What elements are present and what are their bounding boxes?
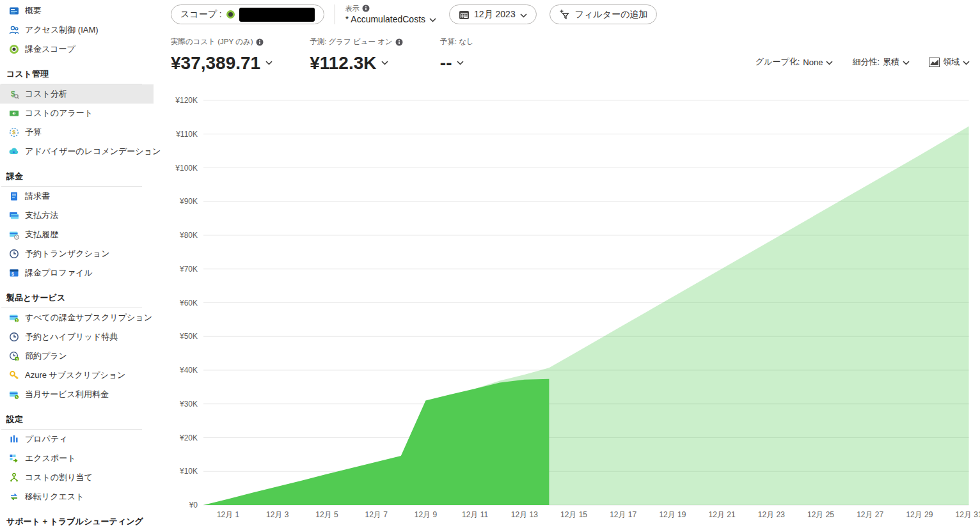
calendar-icon [459, 10, 470, 20]
transfer-requests-icon [9, 492, 19, 502]
x-axis-tick-label: 12月 23 [758, 510, 785, 519]
svg-text:$: $ [12, 272, 14, 277]
add-filter-label: フィルターの追加 [575, 9, 648, 20]
actual-cost-area [203, 379, 549, 505]
date-range-pill[interactable]: 12月 2023 [449, 4, 537, 24]
sidebar-item-payment-history[interactable]: 支払履歴 [0, 225, 154, 244]
kpi-label-text: 実際のコスト (JPY のみ) [171, 37, 253, 47]
kpi-value-dropdown[interactable]: -- [440, 49, 474, 74]
sidebar-item-iam[interactable]: アクセス制御 (IAM) [0, 20, 154, 40]
exports-icon [9, 453, 19, 464]
kpi-2: 予算: なし-- [440, 37, 474, 74]
accumulated-cost-area-chart[interactable]: ¥0¥10K¥20K¥30K¥40K¥50K¥60K¥70K¥80K¥90K¥1… [163, 90, 980, 530]
sidebar-section-header: コスト管理 [6, 68, 154, 81]
kpi-label-text: 予算: なし [440, 37, 474, 47]
y-axis-tick-label: ¥20K [179, 433, 198, 442]
sidebar-item-label: 予算 [25, 127, 42, 138]
sidebar-item-invoices[interactable]: 請求書 [0, 187, 154, 206]
sidebar-item-savings-plan[interactable]: $節約プラン [0, 347, 154, 366]
svg-text:$: $ [13, 111, 15, 115]
svg-text:$: $ [16, 318, 18, 322]
sidebar-item-exports[interactable]: エクスポート [0, 449, 154, 468]
iam-icon [9, 25, 19, 35]
kpi-value-text: ¥37,389.71 [171, 53, 260, 74]
savings-plan-icon: $ [9, 351, 19, 361]
sidebar-item-label: 節約プラン [25, 350, 67, 362]
sidebar-item-billing-scope[interactable]: 課金スコープ [0, 40, 154, 59]
chevron-down-icon [457, 49, 464, 70]
sidebar-item-reservation-transactions[interactable]: 予約トランザクション [0, 244, 154, 263]
sidebar-item-label: アドバイザーのレコメンデーション [25, 146, 161, 157]
view-dropdown[interactable]: * AccumulatedCosts [345, 14, 436, 24]
sidebar-item-label: コストのアラート [25, 107, 93, 119]
cost-management-page: 概要アクセス制御 (IAM)課金スコープコスト管理$コスト分析$コストのアラート… [0, 0, 980, 530]
area-chart-icon [929, 58, 940, 67]
control-value: 累積 [883, 56, 899, 68]
sidebar-item-payment-methods[interactable]: 支払方法 [0, 206, 154, 225]
sidebar-item-transfer-requests[interactable]: 移転リクエスト [0, 487, 154, 506]
chart-controls: グループ化:None細分性:累積領域 [755, 56, 970, 68]
granularity-dropdown[interactable]: 細分性:累積 [852, 56, 910, 68]
y-axis-tick-label: ¥40K [179, 366, 198, 375]
billing-profile-icon: $ [9, 268, 19, 278]
kpi-value-dropdown[interactable]: ¥37,389.71 [171, 49, 273, 74]
sidebar-item-azure-subscription[interactable]: Azure サブスクリプション [0, 366, 154, 385]
y-axis-tick-label: ¥80K [179, 231, 198, 240]
x-axis-tick-label: 12月 15 [560, 510, 587, 519]
sidebar-item-properties[interactable]: プロパティ [0, 430, 154, 449]
add-filter-pill[interactable]: フィルターの追加 [549, 4, 658, 24]
sidebar-section-header: 設定 [6, 413, 154, 426]
info-icon[interactable] [395, 38, 403, 46]
x-axis-tick-label: 12月 5 [315, 510, 338, 519]
toolbar-divider [335, 4, 335, 24]
sidebar-item-cost-alerts[interactable]: $コストのアラート [0, 104, 154, 123]
sidebar-item-budgets[interactable]: $予算 [0, 123, 154, 142]
y-axis-tick-label: ¥0 [189, 501, 198, 510]
sidebar-item-label: プロパティ [25, 433, 68, 445]
sidebar-item-cost-analysis[interactable]: $コスト分析 [0, 84, 154, 104]
kpi-label-text: 予測: グラフ ビュー オン [310, 37, 393, 47]
budgets-icon: $ [9, 127, 19, 137]
y-axis-tick-label: ¥60K [179, 299, 198, 308]
sidebar-item-label: コストの割り当て [25, 472, 93, 483]
sidebar-item-current-month-charges[interactable]: $当月サービス利用料金 [0, 385, 154, 404]
billing-scope-icon [226, 10, 235, 19]
sidebar-item-billing-profile[interactable]: $課金プロファイル [0, 263, 154, 283]
sidebar-item-label: 支払履歴 [25, 229, 58, 240]
control-value: None [803, 58, 823, 67]
sidebar-item-all-billing-subscriptions[interactable]: $すべての課金サブスクリプション [0, 308, 154, 327]
x-axis-tick-label: 12月 27 [857, 510, 883, 519]
x-axis-tick-label: 12月 13 [511, 510, 538, 519]
current-month-charges-icon: $ [9, 389, 19, 400]
y-axis-tick-label: ¥30K [179, 400, 198, 409]
x-axis-tick-label: 12月 7 [365, 510, 388, 519]
sidebar-item-reservations[interactable]: 予約とハイブリッド特典 [0, 327, 154, 347]
sidebar-item-overview[interactable]: 概要 [0, 1, 154, 20]
kpi-0: 実際のコスト (JPY のみ)¥37,389.71 [171, 37, 273, 74]
cost-alerts-icon: $ [9, 108, 19, 118]
kpi-value-dropdown[interactable]: ¥112.3K [310, 49, 403, 74]
info-icon[interactable] [362, 4, 370, 12]
sidebar-item-advisor[interactable]: アドバイザーのレコメンデーション [0, 142, 154, 161]
sidebar-section-header: 課金 [6, 170, 154, 183]
invoices-icon [9, 191, 19, 201]
chevron-down-icon [826, 58, 833, 67]
properties-icon [9, 434, 19, 444]
payment-history-icon [9, 230, 19, 240]
x-axis-tick-label: 12月 21 [709, 510, 736, 519]
x-axis-tick-label: 12月 9 [415, 510, 438, 519]
kpi-row: 実際のコスト (JPY のみ)¥37,389.71予測: グラフ ビュー オン¥… [171, 37, 474, 74]
sidebar-section-header: 製品とサービス [6, 292, 154, 304]
kpi-value-text: ¥112.3K [310, 53, 376, 74]
group-by-dropdown[interactable]: グループ化:None [755, 56, 834, 68]
x-axis-tick-label: 12月 17 [610, 510, 636, 519]
sidebar-item-cost-allocation[interactable]: コストの割り当て [0, 468, 154, 487]
cost-chart: ¥0¥10K¥20K¥30K¥40K¥50K¥60K¥70K¥80K¥90K¥1… [163, 90, 980, 530]
x-axis-tick-label: 12月 29 [906, 510, 933, 519]
info-icon[interactable] [256, 38, 264, 46]
y-axis-tick-label: ¥50K [179, 332, 198, 341]
sidebar-item-label: 当月サービス利用料金 [25, 389, 109, 400]
chart-type-dropdown[interactable]: 領域 [929, 56, 970, 68]
scope-pill[interactable]: スコープ : [171, 4, 324, 24]
y-axis-tick-label: ¥70K [179, 265, 198, 274]
